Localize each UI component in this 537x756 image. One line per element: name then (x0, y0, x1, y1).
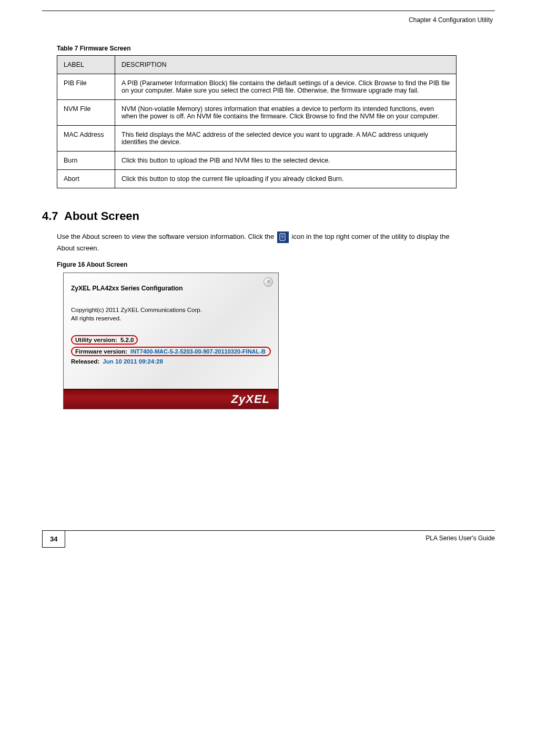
about-rights: All rights reserved. (71, 315, 271, 321)
firmware-version-label: Firmware version: (75, 348, 127, 355)
chapter-label: Chapter 4 Configuration Utility (42, 16, 495, 24)
firmware-table: LABEL DESCRIPTION PIB File A PIB (Parame… (57, 55, 457, 188)
released-label: Released: (71, 358, 99, 365)
section-number: 4.7 (42, 209, 58, 223)
page-number: 34 (42, 530, 65, 548)
section-heading: 4.7 About Screen (42, 209, 495, 223)
table-header-row: LABEL DESCRIPTION (57, 56, 457, 74)
about-title: ZyXEL PLA42xx Series Configuration (71, 285, 271, 292)
firmware-version-row: Firmware version: INT7400-MAC-5-2-5203-0… (71, 347, 271, 356)
utility-version-row: Utility version: 5.2.0 (71, 335, 271, 345)
row-label: MAC Address (57, 126, 115, 152)
table-row: MAC Address This field displays the MAC … (57, 126, 457, 152)
about-icon (277, 231, 289, 243)
row-label: Burn (57, 152, 115, 170)
figure-caption: Figure 16 About Screen (57, 261, 495, 268)
svg-rect-0 (280, 234, 285, 240)
close-icon[interactable]: ✕ (264, 277, 273, 287)
section-paragraph: Use the About screen to view the softwar… (57, 231, 462, 254)
table-row: PIB File A PIB (Parameter Information Bl… (57, 74, 457, 100)
row-label: Abort (57, 170, 115, 188)
about-footer: ZyXEL (64, 389, 278, 409)
row-label: NVM File (57, 100, 115, 126)
firmware-version-value: INT7400-MAC-5-2-5203-00-907-20110320-FIN… (130, 348, 266, 355)
about-copyright: Copyright(c) 2011 ZyXEL Communications C… (71, 307, 271, 313)
row-desc: This field displays the MAC address of t… (115, 126, 457, 152)
table-header-desc: DESCRIPTION (115, 56, 457, 74)
top-rule (42, 11, 495, 11)
section-title-text: About Screen (64, 209, 139, 223)
row-desc: A PIB (Parameter Information Block) file… (115, 74, 457, 100)
table-row: Burn Click this button to upload the PIB… (57, 152, 457, 170)
row-label: PIB File (57, 74, 115, 100)
about-dialog: ✕ ZyXEL PLA42xx Series Configuration Cop… (63, 273, 279, 409)
released-value: Jun 10 2011 09:24:28 (103, 358, 163, 365)
utility-version-value: 5.2.0 (120, 337, 134, 343)
table-caption: Table 7 Firmware Screen (57, 45, 495, 52)
utility-version-label: Utility version: (75, 337, 117, 343)
table-row: Abort Click this button to stop the curr… (57, 170, 457, 188)
table-header-label: LABEL (57, 56, 115, 74)
footer-guide: PLA Series User's Guide (425, 535, 495, 542)
zyxel-logo: ZyXEL (231, 392, 270, 406)
row-desc: NVM (Non-volatile Memory) stores informa… (115, 100, 457, 126)
released-row: Released: Jun 10 2011 09:24:28 (71, 358, 271, 365)
table-row: NVM File NVM (Non-volatile Memory) store… (57, 100, 457, 126)
row-desc: Click this button to upload the PIB and … (115, 152, 457, 170)
row-desc: Click this button to stop the current fi… (115, 170, 457, 188)
footer-rule (65, 530, 495, 531)
